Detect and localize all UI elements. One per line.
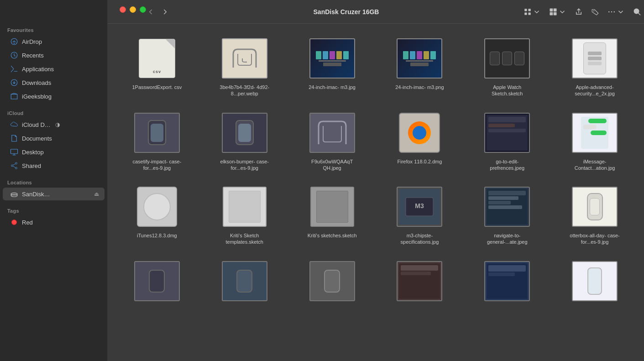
svg-rect-16 (550, 12, 553, 15)
sidebar-item-recents[interactable]: Recents (3, 49, 105, 62)
svg-point-20 (611, 11, 613, 12)
sidebar-item-icloud-drive[interactable]: iCloud D… ◑ (3, 118, 105, 131)
svg-point-1 (14, 43, 15, 44)
file-thumb-apple-watch-sketch (482, 36, 532, 81)
file-item-1password[interactable]: csv 1PasswordExport. csv (115, 33, 199, 100)
file-item-itunes[interactable]: iTunes12.8.3.dmg (115, 181, 199, 248)
sidebar-item-applications[interactable]: Applications (3, 63, 105, 75)
file-item-apple-advanced[interactable]: Apple-advanced- security...e_2x.jpg (553, 33, 637, 100)
file-item-row4-3[interactable] (290, 256, 374, 309)
file-name-itunes: iTunes12.8.3.dmg (137, 232, 177, 239)
file-thumb-apple-advanced (570, 36, 620, 81)
file-name-24inch-png: 24-inch-imac- m3.png (395, 84, 444, 90)
sidebar-item-igeeksblog-label: iGeeksblog (22, 93, 52, 100)
sidebar-item-downloads[interactable]: Downloads (3, 76, 105, 89)
svg-point-7 (16, 167, 17, 169)
tag-button[interactable] (588, 5, 602, 18)
file-item-apple-watch-sketch[interactable]: Apple Watch Sketch.sketch (465, 33, 549, 100)
file-thumb-row4-5 (482, 258, 532, 304)
file-thumb-24inch-jpg (307, 36, 357, 81)
file-thumb-imessage (570, 110, 620, 156)
search-button[interactable] (630, 5, 644, 18)
view-list-button[interactable] (546, 5, 569, 18)
sidebar-item-applications-label: Applications (22, 66, 54, 73)
file-item-3be4[interactable]: 3be4b7b4-3f2d- 4d92-8...per.webp (203, 33, 287, 100)
sidebar-tag-red-label: Red (22, 219, 33, 226)
file-thumb-f9u6 (307, 110, 357, 156)
drive-icon (10, 190, 18, 198)
file-thumb-goto (482, 110, 532, 156)
file-name-f9u6: F9u6x0wWQAAqT QH.jpeg (307, 158, 357, 172)
svg-point-18 (593, 10, 594, 11)
file-item-row4-6[interactable] (553, 256, 637, 309)
file-name-apple-advanced: Apple-advanced- security...e_2x.jpg (570, 84, 620, 97)
svg-point-5 (16, 162, 17, 164)
file-grid: csv 1PasswordExport. csv 3be4b7b4-3f2d- … (108, 24, 644, 361)
csv-label: csv (153, 69, 161, 74)
file-item-firefox[interactable]: Firefox 118.0.2.dmg (377, 107, 461, 174)
file-item-kriti-templates[interactable]: Kriti's Sketch templates.sketch (203, 181, 287, 248)
sidebar-item-shared[interactable]: Shared (3, 159, 105, 172)
file-thumb-row4-6 (570, 258, 620, 304)
eject-button[interactable]: ⏏ (94, 191, 99, 197)
svg-rect-14 (550, 8, 553, 11)
maximize-button[interactable] (140, 6, 146, 13)
more-options-button[interactable] (605, 5, 628, 18)
favourites-header: Favourites (0, 24, 107, 35)
sidebar-item-airdrop-label: AirDrop (22, 38, 42, 45)
icloud-icon (10, 120, 18, 129)
sidebar-item-igeeksblog[interactable]: iGeeksblog (3, 90, 105, 103)
file-name-imessage: iMessage- Contact...ation.jpg (570, 158, 620, 172)
file-item-row4-1[interactable] (115, 256, 199, 309)
file-thumb-firefox (394, 110, 445, 156)
sidebar-item-tag-red[interactable]: Red (3, 216, 105, 229)
sidebar-item-desktop[interactable]: Desktop (3, 146, 105, 158)
file-name-otterbox: otterbox-all-day- case-for...es-9.jpg (570, 232, 620, 246)
file-name-elkson: elkson-bumper- case-for...es-9.jpg (220, 158, 270, 172)
file-item-elkson[interactable]: elkson-bumper- case-for...es-9.jpg (203, 107, 287, 174)
downloads-icon (10, 78, 18, 87)
file-item-f9u6[interactable]: F9u6x0wWQAAqT QH.jpeg (290, 107, 374, 174)
file-item-imessage[interactable]: iMessage- Contact...ation.jpg (553, 107, 637, 174)
toolbar-actions (521, 5, 644, 18)
view-icons-button[interactable] (521, 5, 544, 18)
file-thumb-itunes (132, 184, 182, 230)
svg-rect-11 (529, 9, 531, 11)
file-item-row4-2[interactable] (203, 256, 287, 309)
file-item-otterbox[interactable]: otterbox-all-day- case-for...es-9.jpg (553, 181, 637, 248)
sidebar-item-sandisk[interactable]: SanDisk… ⏏ (3, 188, 105, 200)
sidebar-item-icloud-label: iCloud D… (22, 121, 51, 128)
file-name-kriti-templates: Kriti's Sketch templates.sketch (220, 232, 270, 246)
sidebar-sandisk-label: SanDisk… (22, 191, 50, 198)
traffic-lights (114, 6, 152, 13)
igeeksblog-icon (10, 92, 18, 100)
forward-button[interactable] (159, 5, 172, 18)
file-thumb-navigate (482, 184, 532, 230)
desktop-icon (10, 148, 18, 156)
file-thumb-row4-1 (132, 258, 182, 304)
file-name-24inch-jpg: 24-inch-imac- m3.jpg (309, 84, 356, 90)
file-item-goto[interactable]: go-to-edit- prefrences.jpeg (465, 107, 549, 174)
file-thumb-row4-2 (220, 258, 270, 304)
file-item-row4-5[interactable] (465, 256, 549, 309)
file-name-m3chip: m3-chipste- specifications.jpg (394, 232, 445, 246)
minimize-button[interactable] (130, 6, 136, 13)
file-name-casetify: casetify-impact- case-for...es-9.jpg (132, 158, 182, 172)
svg-rect-12 (524, 12, 527, 15)
file-item-24inch-png[interactable]: 24-inch-imac- m3.png (377, 33, 461, 100)
sidebar-item-documents[interactable]: Documents (3, 132, 105, 145)
close-button[interactable] (120, 6, 126, 13)
file-item-m3chip[interactable]: M3 m3-chipste- specifications.jpg (377, 181, 461, 248)
svg-rect-15 (554, 8, 557, 11)
svg-rect-17 (554, 12, 557, 15)
share-button[interactable] (572, 5, 586, 18)
file-item-24inch-jpg[interactable]: 24-inch-imac- m3.jpg (290, 33, 374, 100)
tags-header: Tags (0, 204, 107, 215)
main-content: SanDisk Cruzer 16GB (108, 0, 644, 361)
file-item-casetify[interactable]: casetify-impact- case-for...es-9.jpg (115, 107, 199, 174)
file-item-navigate[interactable]: navigate-to- general-...ate.jpeg (465, 181, 549, 248)
file-item-kriti-sketches[interactable]: Kriti's sketches.sketch (290, 181, 374, 248)
svg-text:M3: M3 (415, 202, 424, 209)
sidebar-item-airdrop[interactable]: AirDrop (3, 35, 105, 48)
file-item-row4-4[interactable] (377, 256, 461, 309)
